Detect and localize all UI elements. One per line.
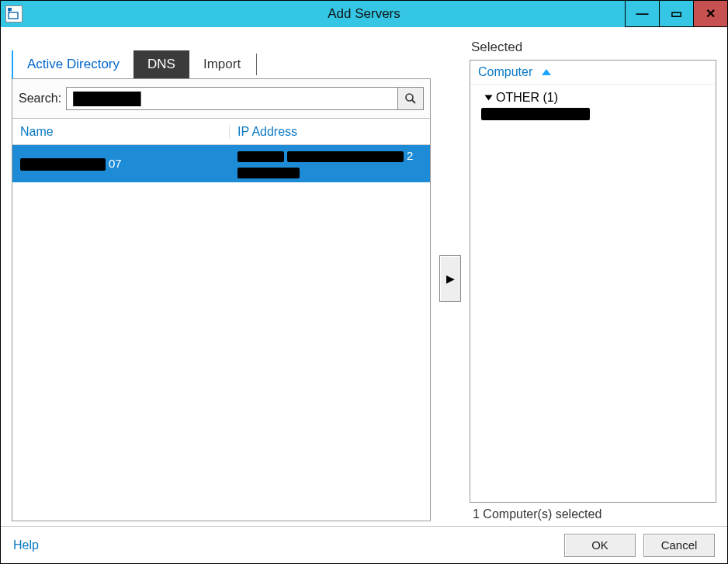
search-label: Search:	[19, 92, 61, 106]
titlebar: Add Servers — ▭ ✕	[1, 1, 727, 27]
minimize-button[interactable]: —	[625, 1, 659, 27]
add-servers-window: Add Servers — ▭ ✕ Active Directory DNS I…	[0, 0, 728, 564]
help-link[interactable]: Help	[13, 538, 39, 552]
tab-active-directory[interactable]: Active Directory	[12, 50, 133, 78]
search-input-wrap	[66, 87, 424, 110]
cancel-button[interactable]: Cancel	[643, 534, 715, 557]
cell-name: 07	[12, 154, 230, 174]
selected-title: Selected	[471, 40, 716, 55]
table-row[interactable]: 07 2	[12, 145, 430, 182]
grid-header: Name IP Address	[12, 119, 430, 145]
svg-rect-0	[9, 12, 18, 19]
column-name[interactable]: Name	[12, 125, 230, 139]
ok-button[interactable]: OK	[564, 534, 636, 557]
svg-point-3	[406, 94, 413, 101]
selected-item[interactable]	[481, 108, 708, 123]
transfer-column: ▶	[437, 35, 463, 521]
selected-column-computer: Computer	[478, 65, 532, 79]
search-button[interactable]	[397, 87, 424, 110]
app-icon	[5, 5, 23, 22]
selected-status: 1 Computer(s) selected	[473, 507, 716, 521]
selected-pane: Selected Computer OTHER (1)	[470, 35, 716, 521]
source-tabs: Active Directory DNS Import	[12, 50, 431, 78]
svg-rect-1	[8, 8, 12, 11]
search-row: Search:	[12, 78, 431, 119]
svg-line-4	[412, 100, 415, 103]
tab-import[interactable]: Import	[189, 50, 255, 78]
chevron-right-icon: ▶	[446, 272, 455, 285]
selected-group[interactable]: OTHER (1)	[486, 91, 708, 105]
search-icon	[404, 92, 417, 105]
maximize-button[interactable]: ▭	[659, 1, 693, 27]
add-to-selected-button[interactable]: ▶	[439, 255, 461, 302]
selected-header[interactable]: Computer	[470, 61, 716, 85]
results-grid: Name IP Address 07 2	[12, 119, 431, 521]
selected-group-label: OTHER (1)	[496, 91, 558, 105]
tab-dns[interactable]: DNS	[133, 50, 189, 78]
column-ip[interactable]: IP Address	[230, 125, 430, 139]
sort-ascending-icon	[542, 69, 551, 75]
tab-separator	[256, 54, 257, 75]
window-controls: — ▭ ✕	[625, 1, 727, 27]
close-button[interactable]: ✕	[693, 1, 727, 27]
selected-list: Computer OTHER (1)	[470, 60, 716, 503]
cell-ip: 2	[230, 146, 430, 182]
dialog-content: Active Directory DNS Import Search:	[1, 27, 727, 563]
window-title: Add Servers	[1, 6, 727, 22]
caret-down-icon	[485, 95, 493, 101]
source-pane: Active Directory DNS Import Search:	[12, 35, 431, 521]
search-input[interactable]	[66, 87, 397, 110]
selected-body: OTHER (1)	[470, 85, 716, 130]
dialog-footer: Help OK Cancel	[1, 526, 727, 563]
grid-body: 07 2	[12, 145, 430, 521]
